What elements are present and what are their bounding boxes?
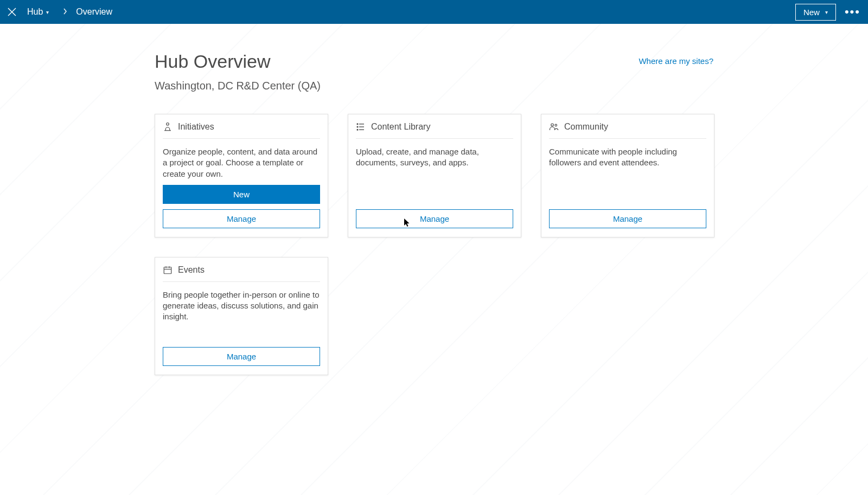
card-community: Community Communicate with people includ… (541, 114, 714, 237)
card-title: Content Library (371, 122, 430, 132)
initiatives-icon (163, 122, 173, 132)
content-container: Hub Overview Where are my sites? Washing… (155, 51, 713, 375)
svg-point-4 (357, 124, 358, 125)
card-description: Bring people together in-person or onlin… (163, 290, 320, 323)
close-button[interactable] (5, 5, 18, 18)
card-description: Organize people, content, and data aroun… (163, 146, 320, 179)
page-title: Hub Overview (155, 51, 271, 72)
card-description: Upload, create, and manage data, documen… (356, 146, 513, 169)
breadcrumb-separator-icon (63, 7, 67, 17)
card-content-library: Content Library Upload, create, and mana… (348, 114, 521, 237)
new-dropdown-label: New (803, 8, 820, 17)
card-header: Community (549, 122, 706, 139)
hub-dropdown[interactable]: Hub ▾ (24, 6, 52, 18)
svg-point-6 (357, 126, 358, 127)
ellipsis-icon: ••• (845, 5, 860, 18)
community-manage-button[interactable]: Manage (549, 209, 706, 228)
initiatives-manage-button[interactable]: Manage (163, 209, 320, 228)
svg-rect-12 (164, 267, 171, 274)
chevron-down-icon: ▾ (825, 9, 828, 15)
hub-dropdown-label: Hub (27, 7, 43, 17)
svg-point-11 (555, 124, 557, 126)
card-header: Events (163, 265, 320, 282)
card-header: Content Library (356, 122, 513, 139)
page-subtitle: Washington, DC R&D Center (QA) (155, 80, 713, 92)
content-library-manage-button[interactable]: Manage (356, 209, 513, 228)
card-description: Communicate with people including follow… (549, 146, 706, 169)
more-menu-button[interactable]: ••• (843, 6, 863, 18)
card-title: Community (564, 122, 608, 132)
card-header: Initiatives (163, 122, 320, 139)
main-stage: Hub Overview Where are my sites? Washing… (0, 24, 868, 495)
where-are-my-sites-link[interactable]: Where are my sites? (639, 56, 713, 66)
svg-point-10 (551, 124, 554, 126)
chevron-down-icon: ▾ (46, 9, 49, 15)
top-bar: Hub ▾ Overview New ▾ ••• (0, 0, 868, 24)
page-header: Hub Overview Where are my sites? (155, 51, 713, 72)
card-title: Events (178, 265, 205, 275)
card-grid: Initiatives Organize people, content, an… (155, 114, 713, 375)
list-icon (356, 122, 366, 132)
card-initiatives: Initiatives Organize people, content, an… (155, 114, 328, 237)
top-bar-right: New ▾ ••• (795, 4, 863, 21)
calendar-icon (163, 265, 173, 275)
svg-point-8 (357, 129, 358, 130)
new-dropdown[interactable]: New ▾ (795, 4, 836, 21)
initiatives-new-button[interactable]: New (163, 185, 320, 204)
card-events: Events Bring people together in-person o… (155, 257, 328, 375)
svg-point-2 (167, 123, 169, 126)
top-bar-left: Hub ▾ Overview (5, 5, 112, 18)
close-icon (7, 7, 17, 17)
community-icon (549, 122, 559, 132)
card-title: Initiatives (178, 122, 214, 132)
events-manage-button[interactable]: Manage (163, 347, 320, 366)
breadcrumb-current: Overview (76, 7, 112, 17)
